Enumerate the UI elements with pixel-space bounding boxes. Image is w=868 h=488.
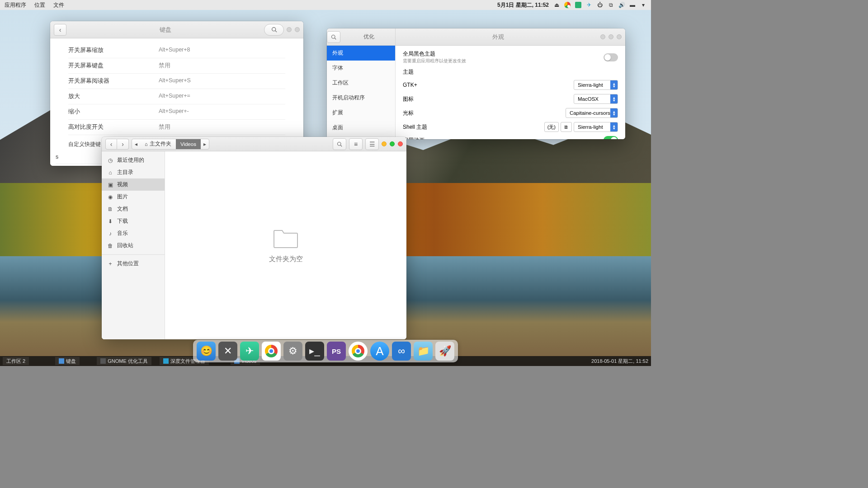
window-control[interactable] [295, 27, 300, 32]
task-keyboard[interactable]: 键盘 [55, 357, 80, 365]
sidebar-item-extensions[interactable]: 扩展 [327, 105, 395, 120]
maximize-button[interactable] [390, 141, 395, 146]
shortcut-value[interactable]: Alt+Super+- [159, 108, 189, 116]
dock-launcher[interactable]: 🚀 [435, 342, 454, 361]
gtk-dropdown[interactable]: Sierra-light▴▾ [574, 80, 618, 90]
workspace-switcher[interactable]: 工作区 2 [3, 357, 29, 365]
download-icon: ⬇ [107, 218, 113, 225]
path-videos[interactable]: Videos [176, 139, 201, 149]
search-icon [271, 27, 277, 33]
menu-files[interactable]: 文件 [53, 1, 64, 9]
sidebar-item-videos[interactable]: ▣视频 [102, 178, 165, 191]
dock-terminal[interactable]: ▸_ [305, 342, 324, 361]
shell-dropdown[interactable]: Sierra-light▴▾ [574, 122, 618, 132]
path-prev-button[interactable]: ◂ [132, 139, 140, 149]
empty-message: 文件夹为空 [269, 255, 303, 263]
tray-icon-green[interactable] [575, 2, 581, 8]
window-control[interactable] [609, 34, 613, 39]
window-title: 键盘 [69, 26, 261, 34]
app-icon [163, 358, 169, 364]
nav-back-button[interactable]: ‹ [105, 139, 117, 150]
dark-theme-sublabel: 需要重启应用程序以使更改生效 [403, 58, 466, 64]
window-title: 外观 [398, 33, 598, 41]
icon-dropdown[interactable]: MacOSX▴▾ [574, 94, 618, 104]
telegram-tray-icon[interactable]: ✈ [586, 2, 592, 8]
music-icon: ♪ [107, 230, 113, 237]
sidebar-item-trash[interactable]: 🗑回收站 [102, 239, 165, 252]
sidebar-item-documents[interactable]: 🗎文档 [102, 203, 165, 215]
dock-vscode[interactable]: ∞ [392, 342, 411, 361]
close-button[interactable] [398, 141, 403, 146]
plus-icon: + [107, 261, 113, 267]
shortcut-value[interactable]: 禁用 [159, 62, 170, 70]
cursor-dropdown[interactable]: Capitaine-cursors▴▾ [566, 108, 618, 118]
dock-app[interactable]: ✕ [218, 342, 237, 361]
sidebar-item-startup[interactable]: 开机启动程序 [327, 90, 395, 105]
window-tweaks: 优化 外观 外观 字体 工作区 开机启动程序 扩展 桌面 电源 全局黑色主题 需… [327, 28, 625, 139]
shell-none-chip[interactable]: (无) [544, 122, 559, 132]
sidebar-item-downloads[interactable]: ⬇下载 [102, 215, 165, 227]
sidebar-item-music[interactable]: ♪音乐 [102, 227, 165, 239]
shell-file-button[interactable]: 🗎 [561, 122, 572, 132]
sidebar-item-workspaces[interactable]: 工作区 [327, 75, 395, 90]
shortcut-value[interactable]: Alt+Super+= [159, 93, 190, 100]
window-control[interactable] [287, 27, 292, 32]
window-control[interactable] [617, 34, 622, 39]
dock-phpstorm[interactable]: PS [327, 342, 346, 361]
dock-chrome[interactable] [262, 342, 281, 361]
dock-settings[interactable]: ⚙ [283, 342, 302, 361]
animations-switch[interactable] [604, 136, 618, 139]
dock-telegram[interactable]: ✈ [240, 342, 259, 361]
titlebar[interactable]: 优化 外观 [327, 28, 625, 46]
path-home[interactable]: ⌂主文件夹 [140, 139, 176, 149]
dock-chrome-2[interactable] [349, 342, 368, 361]
back-button[interactable]: ‹ [54, 24, 66, 36]
view-list-button[interactable]: ≡ [349, 138, 363, 150]
window-control[interactable] [600, 34, 605, 39]
minimize-button[interactable] [382, 141, 387, 146]
chrome-tray-icon[interactable] [564, 2, 571, 8]
menu-applications[interactable]: 应用程序 [5, 1, 26, 9]
wifi-icon[interactable]: ⧉ [608, 2, 614, 8]
dock-finder[interactable]: 😊 [197, 342, 216, 361]
eject-icon[interactable]: ⏏ [553, 2, 560, 8]
titlebar[interactable]: ‹ 键盘 [50, 21, 303, 38]
shortcut-value[interactable]: 禁用 [159, 123, 170, 131]
sidebar-item-pictures[interactable]: ◉图片 [102, 191, 165, 203]
trash-icon: 🗑 [107, 243, 113, 249]
nav-forward-button[interactable]: › [117, 139, 129, 150]
battery-icon[interactable]: ▬ [629, 2, 636, 8]
dock-files[interactable]: 📁 [414, 342, 433, 361]
dropdown-icon[interactable]: ▾ [640, 2, 646, 8]
shortcut-value[interactable]: Alt+Super+S [159, 77, 191, 85]
sidebar-item-fonts[interactable]: 字体 [327, 61, 395, 75]
sidebar-item-desktop[interactable]: 桌面 [327, 120, 395, 135]
dock-appstore[interactable]: A [370, 342, 389, 361]
titlebar[interactable]: ‹ › ◂ ⌂主文件夹 Videos ▸ ≡ ☰ [102, 137, 406, 151]
shortcut-label: 放大 [68, 93, 159, 100]
sidebar-title: 优化 [342, 33, 395, 41]
shortcut-value[interactable]: Alt+Super+8 [159, 47, 190, 54]
dock: 😊 ✕ ✈ ⚙ ▸_ PS A ∞ 📁 🚀 [193, 340, 458, 362]
search-button[interactable] [327, 31, 340, 43]
hamburger-button[interactable]: ☰ [365, 138, 379, 150]
path-next-button[interactable]: ▸ [201, 139, 209, 149]
sidebar-item-appearance[interactable]: 外观 [327, 46, 395, 61]
task-tweaks[interactable]: GNOME 优化工具 [97, 357, 151, 365]
dark-theme-switch[interactable] [604, 53, 618, 61]
sidebar-item-recent[interactable]: ◷最近使用的 [102, 154, 165, 166]
home-icon: ⌂ [107, 169, 113, 176]
menu-places[interactable]: 位置 [34, 1, 45, 9]
taskbar-clock[interactable]: 2018-05-01 星期二, 11:52 [591, 358, 648, 365]
search-button[interactable] [333, 138, 346, 150]
sidebar-item-home[interactable]: ⌂主目录 [102, 166, 165, 178]
top-menubar: 应用程序 位置 文件 5月1日 星期二, 11:52 ⏏ ✈ ⏻ ⧉ 🔊 ▬ ▾ [0, 0, 651, 10]
power-icon[interactable]: ⏻ [597, 2, 603, 8]
folder-empty-icon [273, 228, 298, 249]
files-content[interactable]: 文件夹为空 [165, 151, 406, 339]
clock-text[interactable]: 5月1日 星期二, 11:52 [497, 1, 549, 9]
window-files: ‹ › ◂ ⌂主文件夹 Videos ▸ ≡ ☰ ◷最近使用的 ⌂主目录 ▣视频… [102, 137, 406, 339]
sidebar-item-other[interactable]: +其他位置 [102, 258, 165, 270]
volume-icon[interactable]: 🔊 [618, 2, 625, 8]
search-button[interactable] [264, 24, 284, 36]
